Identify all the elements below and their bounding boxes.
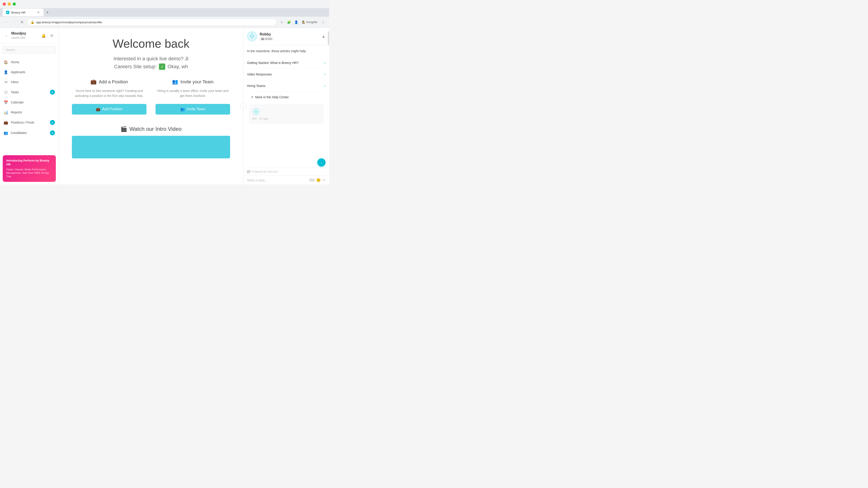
menu-button[interactable]: ⋮ bbox=[320, 19, 327, 25]
chat-header: Robby 🤖 AI Bot ▲ bbox=[243, 28, 329, 45]
chat-scroll-up-button[interactable]: ▲ bbox=[321, 34, 326, 39]
emoji-icon[interactable]: 🙂 bbox=[316, 178, 321, 182]
svg-point-8 bbox=[256, 111, 257, 112]
chat-scrollbar[interactable] bbox=[328, 28, 329, 184]
promo-title: Introducing Perform by Breezy HR bbox=[6, 159, 52, 166]
sidebar-item-label: Calendar bbox=[11, 101, 55, 104]
candidates-icon: 👥 bbox=[4, 131, 8, 135]
sidebar-item-calendar[interactable]: 📅 Calendar bbox=[0, 97, 59, 107]
window-controls[interactable] bbox=[3, 2, 16, 6]
sidebar-back-button[interactable]: ‹ bbox=[4, 33, 9, 38]
video-icon: 🎬 bbox=[121, 126, 127, 132]
svg-point-2 bbox=[253, 35, 254, 37]
url-text: app.breezy.hr/app/c/moodjoy/company/user… bbox=[36, 21, 273, 24]
help-link-getting-started[interactable]: Getting Started: What is Breezy HR? › bbox=[247, 57, 326, 69]
browser-chrome: B Breezy HR ✕ + ← → ↻ 🔒 app.breezy.hr/ap… bbox=[0, 0, 329, 28]
promo-card[interactable]: Introducing Perform by Breezy HR Faster,… bbox=[3, 155, 56, 182]
sidebar-header-actions: 🔔 ⚙ bbox=[40, 32, 55, 39]
sidebar-item-inbox[interactable]: ✉ Inbox bbox=[0, 77, 59, 87]
home-icon: 🏠 bbox=[4, 60, 8, 64]
sidebar-item-reports[interactable]: 📊 Reports bbox=[0, 107, 59, 117]
tab-close-button[interactable]: ✕ bbox=[37, 11, 40, 14]
bot-badge-text: AI Bot bbox=[265, 37, 272, 40]
chat-input-area: ⌨ 🙂 ✏ bbox=[243, 175, 329, 184]
address-bar: ← → ↻ 🔒 app.breezy.hr/app/c/moodjoy/comp… bbox=[0, 17, 329, 28]
calendar-icon: 📅 bbox=[4, 100, 8, 105]
help-link-label: Video Responses bbox=[247, 72, 272, 76]
ai-icon: 🤖 bbox=[261, 37, 264, 40]
chat-panel: ‹ Robby 🤖 AI Bot bbox=[243, 28, 329, 184]
sidebar-item-applicants[interactable]: 👤 Applicants bbox=[0, 67, 59, 77]
chat-scrollbar-thumb bbox=[328, 31, 329, 45]
sidebar: ‹ Moodjoy Lauren Dell 🔔 ⚙ 🏠 Home 👤 Appli… bbox=[0, 28, 59, 184]
sidebar-item-label: Inbox bbox=[11, 80, 55, 84]
positions-badge: + bbox=[50, 120, 55, 125]
notifications-button[interactable]: 🔔 bbox=[40, 32, 47, 39]
bot-avatar-small bbox=[252, 108, 260, 115]
reports-icon: 📊 bbox=[4, 110, 8, 115]
profile-button[interactable]: 👤 bbox=[293, 19, 299, 25]
help-link-label: Hiring Teams bbox=[247, 84, 266, 88]
invite-team-card: 👥 Invite your Team Hiring is usually a t… bbox=[156, 79, 230, 115]
sidebar-item-label: Applicants bbox=[11, 70, 55, 74]
video-thumbnail[interactable] bbox=[72, 136, 230, 158]
reload-button[interactable]: ↻ bbox=[19, 19, 25, 25]
help-link-label: Getting Started: What is Breezy HR? bbox=[247, 61, 299, 65]
applicants-icon: 👤 bbox=[4, 70, 8, 74]
sidebar-item-home[interactable]: 🏠 Home bbox=[0, 57, 59, 67]
minimize-window-button[interactable] bbox=[8, 2, 11, 6]
chat-input-icons: ⌨ 🙂 ✏ bbox=[309, 178, 326, 182]
briefcase-icon: 💼 bbox=[90, 79, 96, 85]
maximize-window-button[interactable] bbox=[13, 2, 16, 6]
more-help-link[interactable]: ↗ More in the Help Center bbox=[247, 92, 326, 103]
scroll-to-bottom-button[interactable]: ↓ bbox=[317, 158, 326, 166]
user-name: Lauren Dell bbox=[11, 36, 25, 39]
help-link-hiring-teams[interactable]: Hiring Teams › bbox=[247, 80, 326, 92]
browser-tab[interactable]: B Breezy HR ✕ bbox=[3, 8, 43, 16]
intercom-icon: 💬 bbox=[247, 170, 250, 173]
chat-collapse-button[interactable]: ‹ bbox=[240, 103, 247, 109]
chat-bot-message: Bot · 1m ago. bbox=[249, 104, 324, 124]
demo-line: Interested in a quick live demo? Ji bbox=[114, 56, 188, 62]
video-section: 🎬 Watch our Intro Video bbox=[72, 126, 230, 158]
close-window-button[interactable] bbox=[3, 2, 6, 6]
check-icon: ✓ bbox=[159, 64, 165, 70]
promo-description: Faster, Cleaner, Better Performance Mana… bbox=[6, 168, 52, 178]
sidebar-item-tasks[interactable]: ☑ Tasks + bbox=[0, 87, 59, 97]
settings-button[interactable]: ⚙ bbox=[49, 32, 55, 39]
video-title: 🎬 Watch our Intro Video bbox=[72, 126, 230, 132]
sidebar-item-label: Home bbox=[11, 60, 55, 64]
help-link-video-responses[interactable]: Video Responses › bbox=[247, 69, 326, 80]
add-position-desc: You're here to hire someone right? Creat… bbox=[72, 88, 147, 98]
url-bar[interactable]: 🔒 app.breezy.hr/app/c/moodjoy/company/us… bbox=[27, 19, 277, 26]
careers-line: Careers Site setup: ✓ Okay, wh bbox=[114, 64, 188, 70]
svg-rect-3 bbox=[251, 34, 252, 35]
company-name: Moodjoy bbox=[11, 31, 26, 35]
inbox-icon: ✉ bbox=[4, 80, 8, 84]
add-position-btn-label: Add Position bbox=[102, 107, 123, 111]
add-position-btn-icon: 💼 bbox=[96, 107, 100, 111]
invite-team-btn-icon: 👥 bbox=[180, 107, 185, 111]
sidebar-item-candidates[interactable]: 👥 Candidates + bbox=[0, 128, 59, 138]
incognito-label: Incognito bbox=[306, 21, 317, 24]
new-tab-button[interactable]: + bbox=[44, 9, 51, 15]
attach-icon[interactable]: ✏ bbox=[322, 178, 326, 182]
sidebar-nav: 🏠 Home 👤 Applicants ✉ Inbox ☑ Tasks + 📅 … bbox=[0, 56, 59, 153]
bookmark-button[interactable]: ☆ bbox=[278, 19, 285, 25]
invite-team-btn-label: Invite Team bbox=[187, 107, 205, 111]
format-icon[interactable]: ⌨ bbox=[309, 178, 314, 182]
back-nav-button[interactable]: ← bbox=[3, 19, 9, 25]
add-position-button[interactable]: 💼 Add Position bbox=[72, 104, 147, 115]
invite-team-desc: Hiring is usually a team effort. Invite … bbox=[156, 88, 230, 98]
svg-point-7 bbox=[255, 111, 256, 112]
lock-icon: 🔒 bbox=[31, 20, 34, 24]
search-input[interactable] bbox=[3, 46, 56, 54]
external-link-icon: ↗ bbox=[251, 95, 253, 99]
invite-team-button[interactable]: 👥 Invite Team bbox=[156, 104, 230, 115]
chat-reply-input[interactable] bbox=[247, 178, 307, 182]
bot-timestamp: Bot · 1m ago. bbox=[252, 117, 320, 120]
forward-nav-button[interactable]: → bbox=[11, 19, 17, 25]
extensions-button[interactable]: 🧩 bbox=[286, 19, 292, 25]
title-bar bbox=[0, 0, 329, 8]
sidebar-item-positions[interactable]: 💼 Positions / Pools + bbox=[0, 117, 59, 128]
